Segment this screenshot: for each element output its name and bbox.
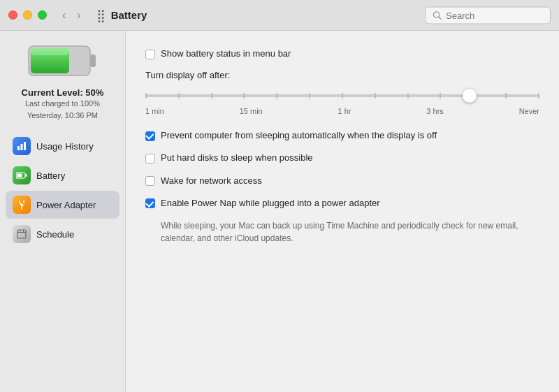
- schedule-icon: [13, 225, 31, 243]
- svg-rect-6: [17, 146, 20, 150]
- tick-9: [407, 93, 409, 99]
- forward-button[interactable]: ›: [73, 8, 85, 23]
- tick-7: [342, 93, 343, 99]
- show-battery-status-checkbox-wrap[interactable]: Show battery status in menu bar: [145, 48, 291, 60]
- battery-level-label: Current Level: 50%: [22, 87, 104, 98]
- sidebar-item-label: Usage History: [36, 141, 94, 152]
- battery-icon-nav: [13, 166, 31, 184]
- power-nap-row: Enable Power Nap while plugged into a po…: [145, 197, 539, 210]
- sidebar-item-label: Battery: [36, 170, 65, 181]
- sidebar-item-label: Power Adapter: [36, 200, 96, 210]
- sidebar-item-battery[interactable]: Battery: [6, 161, 119, 189]
- show-battery-status-row: Show battery status in menu bar: [145, 48, 539, 60]
- tick-4: [243, 93, 245, 99]
- back-button[interactable]: ‹: [58, 8, 70, 23]
- battery-widget: Current Level: 50% Last charged to 100% …: [15, 42, 111, 121]
- search-input[interactable]: [446, 10, 543, 20]
- slider-label-1min: 1 min: [145, 107, 164, 115]
- hard-disks-sleep-checkbox[interactable]: [145, 154, 155, 164]
- hard-disks-sleep-checkbox-wrap[interactable]: Put hard disks to sleep when possible: [145, 152, 313, 164]
- tick-8: [375, 93, 376, 99]
- slider-label-3hrs: 3 hrs: [426, 107, 443, 115]
- slider-labels: 1 min 15 min 1 hr 3 hrs Never: [145, 107, 539, 115]
- hard-disks-sleep-label: Put hard disks to sleep when possible: [161, 152, 313, 164]
- usage-history-icon: [13, 137, 31, 155]
- sidebar-nav: Usage History Battery: [0, 132, 125, 249]
- nav-buttons: ‹ ›: [58, 8, 85, 23]
- prevent-sleeping-checkbox[interactable]: [145, 131, 155, 141]
- turn-display-off-label: Turn display off after:: [145, 70, 539, 80]
- tick-3: [211, 93, 212, 99]
- slider-label-never: Never: [519, 107, 539, 115]
- sidebar-item-label: Schedule: [36, 229, 74, 240]
- main-layout: Current Level: 50% Last charged to 100% …: [0, 31, 559, 392]
- show-battery-status-label: Show battery status in menu bar: [161, 48, 291, 60]
- minimize-button[interactable]: [23, 10, 32, 20]
- slider-label-15min: 15 min: [240, 107, 263, 115]
- slider-label-1hr: 1 hr: [338, 107, 351, 115]
- power-nap-description: While sleeping, your Mac can back up usi…: [161, 219, 539, 245]
- tick-13: [538, 93, 539, 99]
- svg-rect-10: [26, 174, 27, 177]
- maximize-button[interactable]: [38, 10, 47, 20]
- search-icon: [433, 10, 442, 20]
- svg-line-1: [439, 17, 441, 19]
- slider-ticks: [145, 93, 539, 99]
- traffic-lights: [8, 10, 47, 20]
- svg-rect-7: [21, 144, 23, 150]
- slider-thumb[interactable]: [463, 89, 477, 103]
- tick-5: [276, 93, 277, 99]
- prevent-sleeping-label: Prevent computer from sleeping automatic…: [161, 129, 437, 142]
- battery-image: [27, 42, 97, 80]
- titlebar-title: Battery: [111, 9, 147, 21]
- wake-network-row: Wake for network access: [145, 175, 539, 187]
- grid-icon: ⣿: [96, 8, 106, 23]
- tick-6: [309, 93, 310, 99]
- prevent-sleeping-row: Prevent computer from sleeping automatic…: [145, 129, 539, 142]
- power-nap-block: Enable Power Nap while plugged into a po…: [145, 197, 539, 245]
- tick-2: [178, 93, 180, 99]
- sidebar: Current Level: 50% Last charged to 100% …: [0, 31, 126, 392]
- svg-rect-5: [31, 48, 69, 55]
- slider-section: Turn display off after:: [145, 70, 539, 115]
- close-button[interactable]: [8, 10, 17, 20]
- wake-network-checkbox-wrap[interactable]: Wake for network access: [145, 175, 262, 187]
- wake-network-label: Wake for network access: [161, 175, 262, 187]
- battery-last-charged: Last charged to 100% Yesterday, 10:36 PM: [25, 98, 100, 121]
- prevent-sleeping-checkbox-wrap[interactable]: Prevent computer from sleeping automatic…: [145, 129, 437, 142]
- power-nap-checkbox-wrap[interactable]: Enable Power Nap while plugged into a po…: [145, 197, 380, 210]
- tick-1: [145, 93, 147, 99]
- svg-rect-11: [17, 174, 22, 177]
- titlebar: ‹ › ⣿ Battery: [0, 0, 559, 31]
- tick-10: [440, 93, 441, 99]
- tick-12: [505, 93, 507, 99]
- slider-container[interactable]: [145, 87, 539, 104]
- slider-track: [145, 94, 539, 97]
- power-nap-checkbox[interactable]: [145, 198, 155, 208]
- sidebar-item-usage-history[interactable]: Usage History: [6, 132, 119, 160]
- svg-rect-15: [17, 230, 26, 238]
- wake-network-checkbox[interactable]: [145, 176, 155, 186]
- svg-rect-8: [24, 142, 26, 150]
- search-box[interactable]: [425, 6, 551, 24]
- sidebar-item-schedule[interactable]: Schedule: [6, 220, 119, 248]
- svg-rect-3: [90, 55, 96, 67]
- power-nap-label: Enable Power Nap while plugged into a po…: [161, 197, 380, 210]
- hard-disks-sleep-row: Put hard disks to sleep when possible: [145, 152, 539, 164]
- power-adapter-icon: [13, 196, 31, 214]
- show-battery-status-checkbox[interactable]: [145, 50, 155, 59]
- content-area: Show battery status in menu bar Turn dis…: [126, 31, 559, 392]
- sidebar-item-power-adapter[interactable]: Power Adapter: [6, 191, 119, 219]
